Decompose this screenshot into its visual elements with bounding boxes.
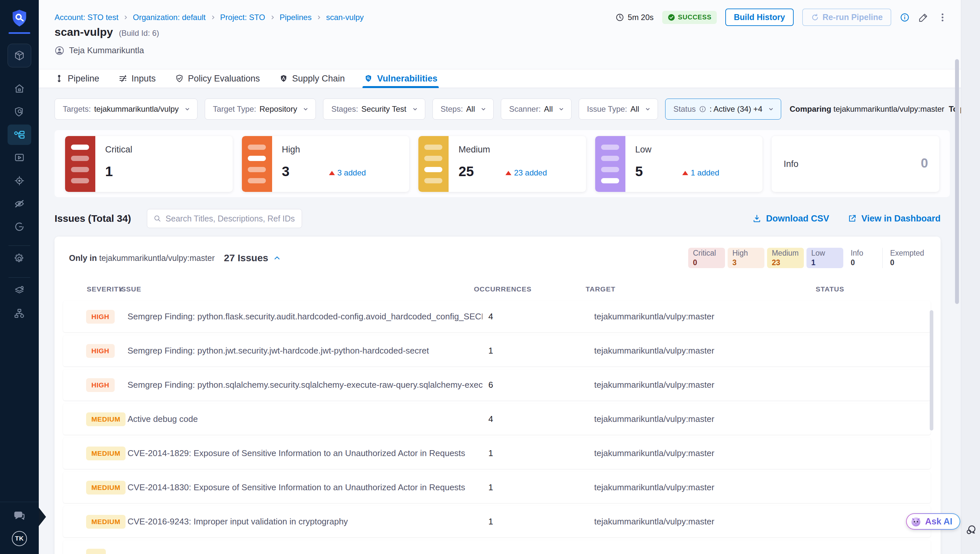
severity-badge: [86, 549, 106, 554]
chip-exempted[interactable]: Exempted0: [885, 248, 929, 268]
chip-medium[interactable]: Medium23: [767, 248, 804, 268]
orgchart-gear-icon: [13, 307, 25, 319]
sidebar-item-home[interactable]: [8, 78, 31, 99]
sidebar-item-exemptions[interactable]: [8, 194, 31, 214]
medium-strip: [418, 136, 449, 192]
occurrences-value: 1: [482, 345, 594, 356]
issues-table-header: SEVERITY ISSUE OCCURRENCES TARGET STATUS: [54, 279, 940, 300]
supply-chain-icon: [279, 74, 288, 83]
support-chat-icon[interactable]: [964, 524, 977, 536]
pencil-icon: [918, 12, 929, 23]
trigger-author: Teja Kummarikuntla: [54, 45, 144, 56]
severity-badge: MEDIUM: [86, 447, 126, 460]
page-title: scan-vulpy: [54, 25, 113, 38]
sidebar-item-governance[interactable]: [8, 303, 31, 324]
chip-high[interactable]: High3: [728, 248, 764, 268]
filter-stages[interactable]: Stages:Security Test: [323, 99, 425, 119]
issue-row[interactable]: MEDIUM CVE-2014-1830: Exposure of Sensit…: [63, 472, 931, 503]
refresh-icon: [811, 13, 819, 22]
tab-policy-evaluations[interactable]: Policy Evaluations: [175, 69, 260, 88]
critical-strip: [65, 136, 95, 192]
chevron-right-icon: [210, 15, 216, 20]
build-id: (Build Id: 6): [119, 29, 159, 38]
sidebar-item-pipelines[interactable]: [8, 124, 31, 145]
chevron-down-icon: [302, 106, 309, 112]
rerun-pipeline-button[interactable]: Re-run Pipeline: [802, 8, 891, 26]
tab-pipeline[interactable]: Pipeline: [54, 69, 99, 88]
occurrences-value: 4: [482, 312, 594, 322]
search-input[interactable]: [165, 214, 296, 223]
tab-vulnerabilities[interactable]: Vulnerabilities: [364, 69, 438, 88]
breadcrumb-project[interactable]: Project: STO: [220, 13, 265, 22]
pipelines-icon: [13, 129, 25, 141]
sidebar-expand-handle[interactable]: [39, 508, 46, 526]
sidebar-item-targets[interactable]: [8, 170, 31, 191]
edit-pipeline-icon[interactable]: [918, 12, 929, 23]
issue-row[interactable]: MEDIUM Active debug code 4 tejakummariku…: [63, 403, 931, 435]
triangle-up-icon: [682, 171, 688, 175]
page-scrollbar[interactable]: [955, 59, 959, 304]
main-area: Account: STO test Organization: default …: [39, 0, 961, 554]
filter-steps[interactable]: Steps:All: [433, 99, 494, 119]
info-icon: [699, 105, 706, 113]
more-options-icon[interactable]: [937, 12, 948, 23]
module-selector-button[interactable]: [8, 44, 31, 67]
breadcrumb-account[interactable]: Account: STO test: [54, 13, 118, 22]
issues-count-toggle[interactable]: 27 Issues: [224, 252, 281, 264]
tab-supply-chain[interactable]: Supply Chain: [279, 69, 345, 88]
user-avatar[interactable]: TK: [12, 531, 27, 546]
card-low: Low 5 1 added: [595, 136, 763, 192]
breadcrumb-pipelines[interactable]: Pipelines: [280, 13, 312, 22]
issue-row[interactable]: HIGH Semgrep Finding: python.flask.secur…: [63, 301, 931, 332]
rerun-info-icon[interactable]: [900, 13, 910, 22]
chip-info[interactable]: Info0: [846, 248, 883, 268]
chip-low[interactable]: Low1: [807, 248, 843, 268]
chevron-down-icon: [480, 106, 487, 112]
pipeline-tab-icon: [54, 74, 64, 83]
filter-status[interactable]: Status : Active (34) +4: [665, 99, 781, 119]
sidebar-item-executions[interactable]: [8, 148, 31, 168]
ask-ai-button[interactable]: Ask AI: [906, 513, 960, 530]
breadcrumb-current[interactable]: scan-vulpy: [326, 13, 364, 22]
sidebar-item-baseline[interactable]: [8, 217, 31, 237]
issue-row[interactable]: HIGH Semgrep Finding: python.sqlalchemy.…: [63, 369, 931, 401]
issue-title: Semgrep Finding: python.jwt.security.jwt…: [127, 345, 482, 356]
sidebar-item-scans[interactable]: [8, 102, 31, 122]
harness-sto-logo: [10, 8, 29, 28]
issue-row-partial[interactable]: [63, 540, 931, 554]
issue-title: CVE-2016-9243: Improper input validation…: [127, 517, 482, 527]
filter-issue-type[interactable]: Issue Type:All: [579, 99, 658, 119]
download-csv-link[interactable]: Download CSV: [752, 213, 829, 224]
sidebar-divider: [8, 277, 30, 278]
breadcrumb-org[interactable]: Organization: default: [133, 13, 205, 22]
target-icon: [13, 175, 25, 187]
issues-list-scrollbar[interactable]: [930, 310, 933, 430]
severity-badge: HIGH: [86, 310, 115, 324]
filter-target-type[interactable]: Target Type:Repository: [205, 99, 316, 119]
policy-shield-icon: [175, 74, 184, 83]
clock-icon: [615, 13, 624, 22]
severity-badge: HIGH: [86, 378, 115, 392]
occurrences-value: 1: [482, 448, 594, 458]
help-chat-icon[interactable]: ?: [13, 509, 26, 522]
cube-icon: [13, 49, 25, 62]
issue-row[interactable]: MEDIUM CVE-2014-1829: Exposure of Sensit…: [63, 438, 931, 469]
issue-row[interactable]: HIGH Semgrep Finding: python.jwt.securit…: [63, 335, 931, 366]
tab-inputs[interactable]: Inputs: [118, 69, 156, 88]
filter-targets[interactable]: Targets:tejakummarikuntla/vulpy: [54, 99, 197, 119]
build-history-button[interactable]: Build History: [725, 8, 794, 26]
chevron-down-icon: [644, 106, 651, 112]
issue-row[interactable]: MEDIUM CVE-2016-9243: Improper input val…: [63, 506, 931, 537]
sidebar-item-settings[interactable]: [8, 248, 31, 269]
eye-off-icon: [13, 198, 25, 210]
sidebar-bottom-divider: [0, 502, 39, 502]
left-nav: ? TK: [0, 0, 39, 554]
occurrences-value: 1: [482, 482, 594, 493]
chip-critical[interactable]: Critical0: [688, 248, 725, 268]
download-icon: [752, 214, 762, 223]
filter-scanner[interactable]: Scanner:All: [501, 99, 571, 119]
comparing-text: Comparing tejakummarikuntla/vulpy:master…: [790, 105, 980, 114]
issues-search[interactable]: [147, 209, 302, 228]
view-in-dashboard-link[interactable]: View in Dashboard: [848, 213, 940, 224]
sidebar-item-default-settings[interactable]: [8, 280, 31, 301]
